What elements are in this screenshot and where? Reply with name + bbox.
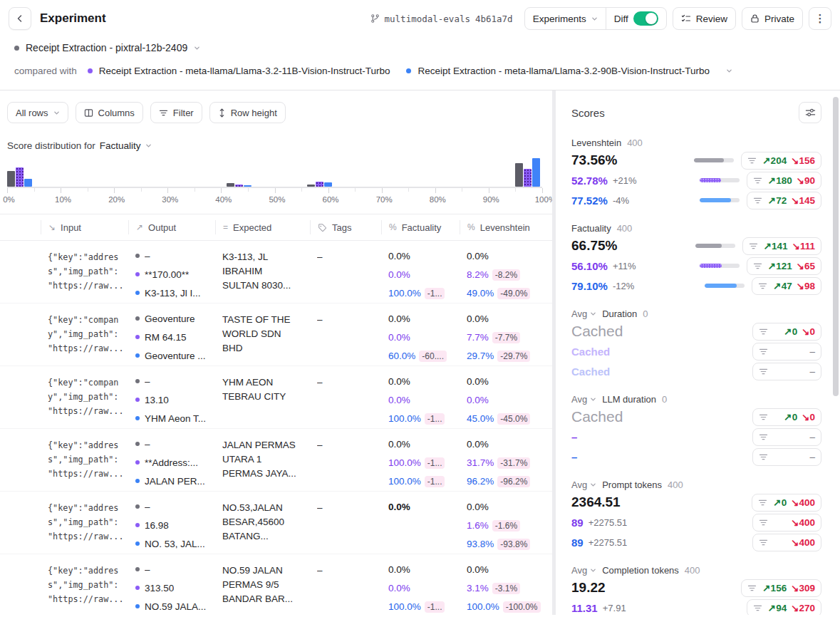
review-button[interactable]: Review: [673, 7, 736, 30]
columns-button[interactable]: Columns: [76, 102, 143, 123]
expected-line: BHD: [222, 341, 304, 356]
rows-filter-button[interactable]: All rows: [7, 102, 68, 123]
score-value: 100.0%: [388, 475, 421, 487]
arrow-down-right-icon: ↘: [48, 222, 56, 232]
diff-badge: -1...: [425, 457, 445, 469]
regressions-count: ↘400: [791, 536, 815, 548]
filter-badge[interactable]: ↗156↘309: [741, 579, 821, 597]
filter-badge[interactable]: ↗0↘0: [752, 323, 821, 341]
experiment-dot: [135, 291, 140, 295]
filter-badge[interactable]: ↗204↘156: [741, 152, 821, 170]
table-row-4[interactable]: {"key":"address","img_path":"https://raw…: [0, 492, 552, 554]
base-experiment-selector[interactable]: Receipt Extraction - pixtral-12b-2409: [14, 38, 826, 57]
score-row-controls: ↗0↘400: [752, 494, 821, 512]
column-header-tags[interactable]: Tags: [310, 220, 381, 234]
filter-badge[interactable]: ↘400: [752, 514, 821, 532]
score-value: 29.7%: [467, 350, 494, 362]
score-row-controls: ↗94↘270: [747, 599, 821, 616]
no-diff-dash: –: [809, 346, 815, 357]
results-pane: All rows Columns Filter Row height Score: [0, 90, 552, 615]
back-button[interactable]: [9, 7, 31, 30]
filter-badge[interactable]: –: [752, 428, 821, 446]
filter-badge[interactable]: ↗180↘90: [747, 172, 821, 190]
metric-name: Factuality: [571, 223, 611, 234]
filter-badge[interactable]: ↗141↘111: [742, 237, 821, 255]
score-value: 8.2%: [467, 269, 489, 281]
filter-badge[interactable]: ↗47↘98: [752, 277, 821, 295]
repo-name: multimodal-evals: [385, 14, 470, 24]
scrollbar-thumb[interactable]: [833, 97, 839, 396]
no-diff-dash: –: [809, 432, 815, 442]
output-line: Geoventure: [135, 313, 209, 331]
table-row-0[interactable]: {"key":"address","img_path":"https://raw…: [0, 241, 552, 304]
output-text: 13.10: [145, 394, 169, 406]
axis-tick: [408, 188, 409, 192]
experiment-dot: [135, 523, 140, 527]
aggregation-selector[interactable]: Avg: [571, 565, 596, 576]
histogram-bar-series-0: [515, 163, 523, 187]
badge-values: –: [809, 452, 815, 462]
filter-button[interactable]: Filter: [150, 102, 202, 123]
filter-badge[interactable]: ↗121↘65: [747, 257, 821, 275]
output-line: JALAN PER...: [135, 475, 209, 491]
score-value: 56.10%: [571, 260, 608, 272]
aggregation-selector[interactable]: Avg: [571, 479, 596, 490]
private-button[interactable]: Private: [742, 7, 803, 30]
score-distribution-selector[interactable]: Score distribution for Factuality: [7, 140, 552, 151]
input-line: {"key":"compan: [48, 313, 123, 327]
cell-output: –313.50NO.59 JALA...: [128, 554, 215, 615]
filter-badge[interactable]: ↗0↘400: [752, 494, 821, 512]
column-header-output[interactable]: ↗Output: [128, 220, 215, 234]
score-delta: -4%: [613, 195, 629, 206]
filter-badge[interactable]: –: [752, 343, 821, 361]
table-row-1[interactable]: {"key":"company","img_path":"https://raw…: [0, 304, 552, 366]
filter-badge[interactable]: –: [752, 448, 821, 466]
table-row-5[interactable]: {"key":"address","img_path":"https://raw…: [0, 554, 552, 615]
comparison-selector[interactable]: compared with Receipt Extraction - meta-…: [14, 61, 826, 80]
cell-tags: –: [310, 241, 381, 303]
improvements-count: ↗121: [768, 260, 792, 271]
metric-name: LLM duration: [602, 394, 656, 405]
score-line: 0.0%: [388, 501, 454, 519]
column-header-factuality[interactable]: %Factuality: [381, 220, 460, 234]
tags-value: –: [317, 313, 375, 327]
experiments-button[interactable]: Experiments: [525, 8, 606, 29]
row-gutter: [0, 366, 41, 428]
filter-badge[interactable]: ↗94↘270: [747, 599, 821, 616]
output-text: Geoventure ...: [145, 350, 206, 362]
axis-tick: [114, 188, 115, 193]
score-line: 0.0%: [467, 394, 546, 413]
aggregation-selector[interactable]: Avg: [571, 308, 596, 319]
score-line: 93.8%-93.8%: [467, 538, 546, 554]
column-header-levenshtein[interactable]: %Levenshtein: [460, 220, 552, 234]
score-value: 0.0%: [467, 250, 489, 262]
scores-settings-button[interactable]: [799, 102, 821, 123]
table-row-2[interactable]: {"key":"company","img_path":"https://raw…: [0, 366, 552, 429]
score-value: 73.56%: [571, 152, 617, 168]
score-row-controls: ↗0↘0: [752, 323, 821, 341]
results-table: ↘Input↗Output=ExpectedTags%Factuality%Le…: [0, 214, 552, 615]
score-value: 0.0%: [388, 438, 410, 450]
improvements-count: ↗0: [784, 326, 797, 337]
histogram-bar-series-2: [24, 179, 32, 187]
score-delta: -12%: [613, 281, 634, 291]
column-header-expected[interactable]: =Expected: [215, 220, 310, 234]
filter-badge[interactable]: ↗72↘145: [747, 192, 821, 209]
axis-tick: [435, 188, 436, 193]
badge-values: ↗121↘65: [768, 260, 815, 271]
more-menu-button[interactable]: ⋮: [809, 7, 831, 30]
filter-badge[interactable]: ↗0↘0: [752, 408, 821, 426]
scores-panel-header: Scores: [571, 102, 821, 123]
diff-badge: -31.7%: [497, 457, 530, 469]
table-row-3[interactable]: {"key":"address","img_path":"https://raw…: [0, 429, 552, 492]
row-height-button[interactable]: Row height: [209, 102, 286, 123]
filter-badge[interactable]: –: [752, 363, 821, 380]
score-value: 0.0%: [467, 564, 489, 576]
score-row-controls: ↗47↘98: [705, 277, 821, 295]
aggregation-selector[interactable]: Avg: [571, 394, 596, 405]
filter-badge[interactable]: ↘400: [752, 534, 821, 551]
diff-toggle[interactable]: [633, 11, 658, 26]
column-header-input[interactable]: ↘Input: [41, 220, 128, 234]
output-text: NO. 53, JAL...: [145, 538, 205, 550]
axis-tick-label: 60%: [323, 195, 339, 204]
